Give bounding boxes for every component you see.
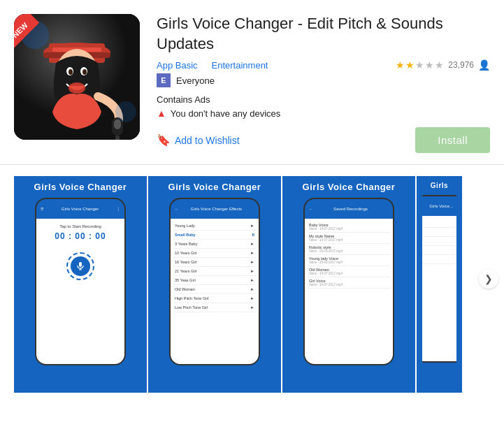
recording-robotic: Robotic style Voice - 25-03-2017.mp4	[308, 244, 390, 255]
star-1: ★	[396, 59, 405, 71]
svg-point-9	[69, 69, 73, 75]
phone-screen-2: ← Girls Voice Changer Effects Young Lady…	[169, 198, 260, 365]
device-warning-text: You don't have any devices	[171, 108, 280, 119]
star-4: ★	[425, 59, 434, 71]
wishlist-icon: 🔖	[157, 133, 171, 147]
scroll-right-button[interactable]: ❯	[479, 269, 498, 289]
phone-screen-4: ← Girls Voice... Young Lady► 3 Years Bab…	[422, 195, 456, 363]
effect-young-lady: Young Lady►	[173, 221, 256, 231]
screenshot-4: Girls ← Girls Voice... Young Lady►	[417, 176, 462, 393]
effect-16-years: 16 Years Girl►	[173, 258, 256, 267]
screen-inner-2: Young Lady► Small BabyII 3 Years Baby► 1…	[171, 219, 259, 364]
svg-rect-14	[115, 136, 120, 140]
screen2-content: Young Lady► Small BabyII 3 Years Baby► 1…	[171, 219, 259, 364]
app-icon: NEW	[14, 14, 140, 140]
wishlist-label: Add to Wishlist	[175, 135, 240, 146]
effect-high-4: High Pitch►	[422, 246, 456, 255]
effect-high-pitch: High Pitch Tone Girl►	[173, 294, 256, 303]
effect-young-lady-4: Young Lady►	[422, 219, 456, 228]
effect-small-baby: Small BabyII	[173, 231, 256, 240]
screenshot-3: Girls Voice Changer ← Saved Recordings B…	[282, 176, 415, 393]
contains-ads: Contains Ads	[157, 94, 490, 105]
effect-low-4: Low Pitch►	[422, 255, 456, 264]
screen-inner-3: Baby Voice Voice - 14-07-2017.mp4 My sty…	[305, 219, 393, 364]
app-info: Girls Voice Changer - Edit Pitch & Sound…	[157, 14, 490, 153]
phone-screen-3: ← Saved Recordings Baby Voice Voice - 14…	[303, 198, 394, 365]
svg-point-16	[115, 101, 136, 122]
screenshot-1-title: Girls Voice Changer	[20, 182, 141, 192]
entertainment-link[interactable]: Entertainment	[212, 60, 268, 71]
effect-35-years: 35 Yeas Girl►	[173, 276, 256, 285]
recording-girl-voice: Girl Voice Voice - 14-07-2017.mp4	[308, 277, 390, 289]
install-button[interactable]: Install	[415, 127, 490, 153]
rating-count: 23,976	[448, 60, 474, 70]
meta-row-top: App Basic Entertainment ★ ★ ★ ★ ★ 23,976…	[157, 59, 490, 71]
wishlist-install-row: 🔖 Add to Wishlist Install	[157, 127, 490, 153]
recording-old-women: Old Women Voice - 14-07-2017.mp4	[308, 266, 390, 277]
screenshot-2-title: Girls Voice Changer	[154, 182, 275, 192]
app-header: NEW	[0, 0, 504, 165]
effect-3-years: 3 Years Baby►	[173, 240, 256, 249]
app-title: Girls Voice Changer - Edit Pitch & Sound…	[157, 14, 490, 54]
recording-baby-voice: Baby Voice Voice - 14-07-2017.mp4	[308, 221, 390, 233]
svg-rect-17	[79, 262, 82, 267]
star-5: ★	[435, 59, 444, 71]
timer-display: 00 : 00 : 00	[55, 231, 106, 241]
rated-e-row: E Everyone	[157, 73, 490, 87]
phone-notch-4: ← Girls Voice...	[422, 196, 456, 216]
screen-inner-1: Tap to Start Recording 00 : 00 : 00	[36, 219, 124, 364]
nav-label-3: Saved Recordings	[312, 207, 389, 211]
phone-notch-1: ☰ Girls Voice Changer ⋮	[36, 199, 124, 219]
nav-label-1: Girls Voice Changer	[43, 207, 117, 211]
recording-young-lady: Young lady Voice Voice - 25-03-2017.mp4	[308, 255, 390, 266]
device-warning: ▲ You don't have any devices	[157, 108, 490, 119]
more-icon-1: ⋮	[117, 207, 120, 211]
meta-right: ★ ★ ★ ★ ★ 23,976 👤	[396, 59, 490, 71]
rated-e-badge: E	[157, 73, 171, 87]
phone-notch-2: ← Girls Voice Changer Effects	[171, 199, 259, 219]
screenshot-scroll: Girls Voice Changer ☰ Girls Voice Change…	[0, 176, 504, 393]
svg-point-10	[82, 69, 87, 75]
tap-to-record-text: Tap to Start Recording	[59, 224, 101, 228]
app-basic-link[interactable]: App Basic	[157, 60, 198, 71]
mic-svg	[75, 261, 85, 271]
phone-notch-3: ← Saved Recordings	[305, 199, 393, 219]
screenshot-2: Girls Voice Changer ← Girls Voice Change…	[148, 176, 281, 393]
screen1-content: Tap to Start Recording 00 : 00 : 00	[36, 219, 124, 364]
app-icon-wrapper: NEW	[14, 14, 140, 140]
add-to-wishlist-button[interactable]: 🔖 Add to Wishlist	[157, 133, 240, 147]
warning-icon: ▲	[157, 108, 166, 119]
screenshots-section: Girls Voice Changer ☰ Girls Voice Change…	[0, 165, 504, 393]
screen4-content: Young Lady► 3 Years Baby► 10 Yrs Girl► H…	[422, 216, 456, 361]
effect-21-years: 21 Years Girl►	[173, 267, 256, 276]
user-icon: 👤	[478, 59, 490, 71]
everyone-text: Everyone	[176, 75, 215, 86]
star-3: ★	[415, 59, 424, 71]
mic-inner	[71, 256, 90, 276]
screenshot-4-title: Girls	[422, 182, 456, 189]
svg-rect-13	[114, 119, 121, 129]
app-detail-page: NEW	[0, 0, 504, 393]
screen-inner-4: Young Lady► 3 Years Baby► 10 Yrs Girl► H…	[422, 216, 456, 361]
screen3-content: Baby Voice Voice - 14-07-2017.mp4 My sty…	[305, 219, 393, 364]
app-icon-image	[14, 14, 140, 140]
meta-left: App Basic Entertainment	[157, 60, 268, 71]
nav-label-2: Girls Voice Changer Effects	[178, 207, 254, 211]
star-2: ★	[405, 59, 415, 71]
screenshot-1: Girls Voice Changer ☰ Girls Voice Change…	[14, 176, 147, 393]
effect-10-years: 10 Years Girl►	[173, 249, 256, 258]
effect-low-pitch: Low Pitch Tone Girl►	[173, 303, 256, 312]
phone-screen-1: ☰ Girls Voice Changer ⋮ Tap to Start Rec…	[35, 198, 126, 365]
effect-old-women: Old Women►	[173, 285, 256, 294]
effect-10-years-4: 10 Yrs Girl►	[422, 237, 456, 246]
mic-circle	[66, 252, 94, 280]
screenshot-3-title: Girls Voice Changer	[288, 182, 410, 192]
star-rating: ★ ★ ★ ★ ★	[396, 59, 444, 71]
recording-my-style: My style Name Voice - 14-07-2017.mp4	[308, 233, 390, 244]
effect-3-years-4: 3 Years Baby►	[422, 228, 456, 237]
